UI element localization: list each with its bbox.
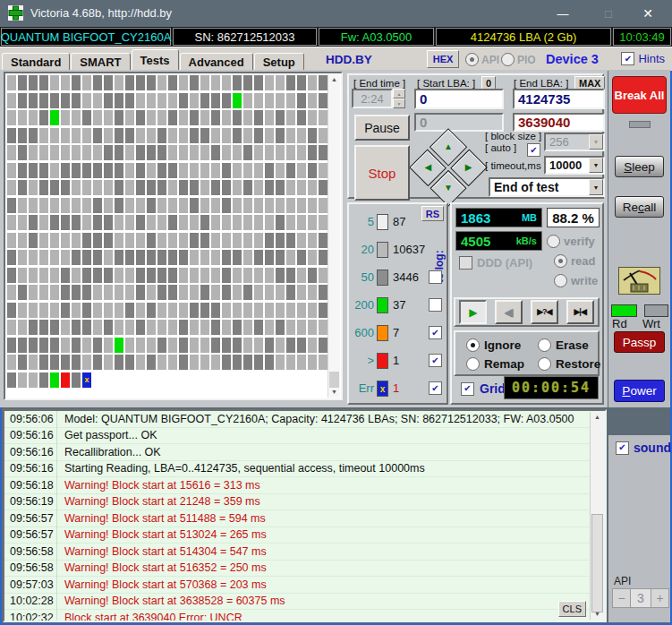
- maximize-button[interactable]: □: [589, 0, 628, 27]
- scroll-down-icon[interactable]: [328, 387, 340, 398]
- to-log-checkbox[interactable]: [429, 381, 442, 395]
- erase-radio-circle[interactable]: [538, 338, 551, 352]
- end-lba-input[interactable]: 4124735: [513, 89, 605, 109]
- seek-diamond-control[interactable]: ▲ ▶ ◀ ▼: [409, 128, 488, 207]
- api-number-stepper[interactable]: − 3 +: [612, 588, 668, 608]
- sound-checkbox-box[interactable]: [616, 441, 629, 455]
- pio-radio[interactable]: PIO: [501, 53, 536, 66]
- chevron-down-icon[interactable]: [589, 158, 603, 173]
- scan-block: [82, 250, 91, 265]
- scan-block: [265, 128, 274, 143]
- pause-button[interactable]: Pause: [354, 115, 410, 141]
- tab-setup[interactable]: Setup: [254, 53, 304, 71]
- sound-checkbox[interactable]: sound: [616, 441, 671, 455]
- back-scan-button[interactable]: ◀: [495, 300, 523, 324]
- to-log-checkbox[interactable]: [429, 354, 442, 367]
- read-radio[interactable]: read: [554, 254, 595, 268]
- minus-button[interactable]: −: [612, 588, 631, 608]
- hints-checkbox-box[interactable]: [621, 52, 634, 65]
- scan-block: [168, 285, 177, 300]
- max-button[interactable]: MAX: [574, 76, 605, 90]
- chevron-down-icon[interactable]: [589, 134, 603, 150]
- spinner-arrows-icon[interactable]: [393, 89, 405, 108]
- sleep-button[interactable]: Sleep: [615, 156, 664, 177]
- scroll-down-icon[interactable]: [591, 609, 604, 620]
- grid-checkbox-box[interactable]: [461, 382, 474, 396]
- break-all-button[interactable]: Break All: [612, 76, 667, 114]
- cls-button[interactable]: CLS: [558, 601, 586, 617]
- scan-block: [319, 75, 327, 90]
- write-radio[interactable]: write: [554, 274, 598, 287]
- close-button[interactable]: ✕: [628, 0, 668, 27]
- auto-checkbox[interactable]: [527, 143, 540, 157]
- scan-block: [93, 93, 102, 108]
- timeout-combo[interactable]: 10000: [544, 156, 605, 175]
- write-radio-circle[interactable]: [554, 274, 567, 287]
- rs-button[interactable]: RS: [421, 206, 444, 221]
- scan-block: [61, 145, 70, 160]
- hints-checkbox[interactable]: Hints: [621, 52, 665, 65]
- tab-advanced[interactable]: Advanced: [180, 53, 253, 71]
- ddd-checkbox[interactable]: DDD (API): [459, 256, 532, 270]
- remap-radio[interactable]: Remap: [466, 357, 524, 371]
- ignore-radio[interactable]: Ignore: [466, 338, 521, 352]
- stop-button[interactable]: Stop: [354, 145, 410, 201]
- to-log-checkbox[interactable]: [429, 298, 442, 312]
- zero-button[interactable]: 0: [481, 76, 496, 90]
- restore-radio[interactable]: Restore: [538, 357, 600, 371]
- chevron-down-icon[interactable]: [589, 179, 603, 195]
- grid-scrollbar-thumb[interactable]: [329, 372, 339, 388]
- to-log-checkbox[interactable]: [429, 326, 442, 339]
- to-log-checkbox[interactable]: [429, 270, 442, 284]
- verify-radio-circle[interactable]: [547, 235, 560, 248]
- step-test-button[interactable]: ▶|◀: [566, 300, 594, 324]
- start-scan-button[interactable]: ▶: [459, 300, 487, 324]
- ddd-label: DDD (API): [477, 256, 532, 270]
- api-radio[interactable]: API: [465, 53, 499, 66]
- remap-radio-circle[interactable]: [466, 357, 480, 371]
- block-size-combo[interactable]: 256: [544, 133, 605, 151]
- read-radio-circle[interactable]: [554, 254, 567, 268]
- seek-test-button[interactable]: ▶?◀: [531, 300, 558, 324]
- scan-block: [179, 163, 188, 178]
- scan-block: [168, 145, 177, 160]
- pio-radio-circle[interactable]: [501, 53, 515, 66]
- speed-lcd: 4505 kB/s: [455, 231, 542, 251]
- ddd-checkbox-box[interactable]: [459, 256, 472, 270]
- erase-radio[interactable]: Erase: [538, 338, 589, 352]
- ignore-radio-circle[interactable]: [466, 338, 480, 352]
- grid-checkbox[interactable]: Grid: [461, 381, 506, 396]
- legend-threshold-label: 600: [351, 326, 374, 339]
- scan-block: [39, 163, 48, 178]
- scan-block: [7, 285, 16, 300]
- scan-block: [265, 75, 274, 90]
- log-scrollbar[interactable]: [590, 412, 604, 620]
- tab-tests[interactable]: Tests: [132, 49, 179, 71]
- scan-block: [125, 320, 134, 335]
- hex-button[interactable]: HEX: [427, 50, 459, 68]
- tab-standard[interactable]: Standard: [2, 53, 70, 71]
- recall-button[interactable]: Recall: [615, 196, 664, 218]
- power-button[interactable]: Power: [614, 380, 665, 402]
- site-link[interactable]: HDD.BY: [326, 53, 372, 66]
- end-time-spinner[interactable]: 2:24: [352, 89, 405, 108]
- scroll-up-icon[interactable]: [591, 412, 604, 423]
- plus-button[interactable]: +: [651, 588, 669, 608]
- api-radio-circle[interactable]: [465, 53, 479, 66]
- scroll-up-icon[interactable]: [328, 74, 340, 85]
- passport-button[interactable]: Passp: [614, 331, 665, 353]
- restore-radio-circle[interactable]: [538, 357, 551, 371]
- scan-block: [157, 355, 166, 370]
- tab-smart[interactable]: SMART: [71, 53, 130, 71]
- log-scrollbar-thumb[interactable]: [591, 514, 603, 612]
- action-combo[interactable]: End of test: [489, 177, 605, 197]
- start-lba-input[interactable]: 0: [414, 89, 504, 109]
- legend-count: 37: [393, 298, 405, 312]
- legend-threshold-label: 50: [351, 270, 374, 284]
- minimize-button[interactable]: —: [543, 0, 583, 27]
- scan-block: [233, 250, 242, 265]
- grid-scrollbar[interactable]: [327, 74, 340, 398]
- drive-serial-label: SN: 862712512033: [173, 28, 317, 46]
- scan-block: [254, 320, 263, 335]
- verify-radio[interactable]: verify: [547, 235, 595, 248]
